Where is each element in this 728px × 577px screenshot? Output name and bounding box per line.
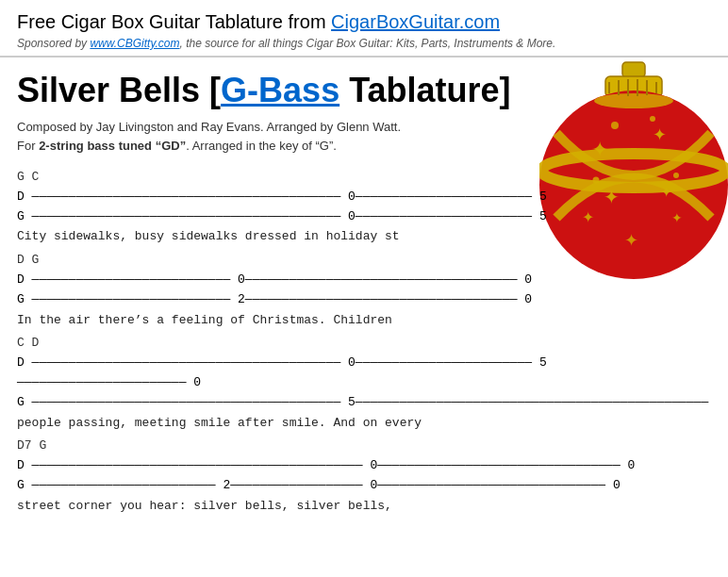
title-link[interactable]: G-Bass: [221, 71, 339, 109]
tab-block-2: C DD ———————————————————————————————————…: [17, 334, 711, 433]
page-title: Free Cigar Box Guitar Tablature from Cig…: [17, 11, 711, 33]
lyric-row: people passing, meeting smile after smil…: [17, 414, 711, 434]
composer-text: Composed by Jay Livingston and Ray Evans…: [17, 120, 401, 134]
title-suffix: Tablature]: [339, 71, 510, 109]
tablature: G CD ———————————————————————————————————…: [17, 168, 711, 517]
header-prefix: Free Cigar Box Guitar Tablature from: [17, 11, 331, 32]
svg-point-4: [594, 93, 673, 108]
g-string-row: G ——————————————————————————————————————…: [17, 393, 711, 413]
chord-row: D7 G: [17, 437, 711, 456]
sponsor-suffix: , the source for all things Cigar Box Gu…: [180, 37, 556, 50]
chord-row: C D: [17, 334, 711, 354]
tab-block-3: D7 GD ——————————————————————————————————…: [17, 437, 711, 516]
svg-point-13: [611, 122, 619, 129]
d-string-row: D ——————————————————————————————————————…: [17, 456, 711, 476]
tab-block-1: D GD ——————————————————————————— 0——————…: [17, 251, 711, 330]
svg-point-14: [650, 116, 655, 122]
page-header: Free Cigar Box Guitar Tablature from Cig…: [0, 0, 728, 58]
chord-row: G C: [17, 168, 711, 188]
lyric-row: street corner you hear: silver bells, si…: [17, 497, 711, 517]
tuning-bold: 2-string bass tuned “GD”: [39, 139, 186, 153]
g-string-row: G ——————————————————————————————————————…: [17, 207, 711, 227]
svg-rect-0: [622, 62, 645, 77]
sponsor-prefix: Sponsored by: [17, 37, 90, 50]
main-content: ✦ ✦ ✦ ✦ ✦ ✦ ✦ Silver Bells [G-Bass Tabla…: [0, 58, 728, 517]
tuning-prefix: For: [17, 139, 39, 153]
sponsor-link[interactable]: www.CBGitty.com: [90, 37, 179, 50]
tab-block-0: G CD ———————————————————————————————————…: [17, 168, 711, 247]
d-string-row: D ——————————————————————————— 0—————————…: [17, 271, 711, 290]
tuning-suffix: . Arranged in the key of “G”.: [186, 139, 337, 153]
sponsor-line: Sponsored by www.CBGitty.com, the source…: [17, 37, 711, 50]
g-string-row: G ——————————————————————————— 2—————————…: [17, 290, 711, 310]
svg-text:✦: ✦: [591, 138, 608, 161]
d-string-row: D ——————————————————————————————————————…: [17, 354, 711, 393]
d-string-row: D ——————————————————————————————————————…: [17, 188, 711, 207]
svg-text:✦: ✦: [653, 125, 667, 144]
title-prefix: Silver Bells [: [17, 71, 221, 109]
chord-row: D G: [17, 251, 711, 271]
lyric-row: City sidewalks, busy sidewalks dressed i…: [17, 227, 711, 247]
lyric-row: In the air there’s a feeling of Christma…: [17, 311, 711, 331]
header-link[interactable]: CigarBoxGuitar.com: [331, 11, 500, 32]
g-string-row: G ————————————————————————— 2———————————…: [17, 476, 711, 496]
